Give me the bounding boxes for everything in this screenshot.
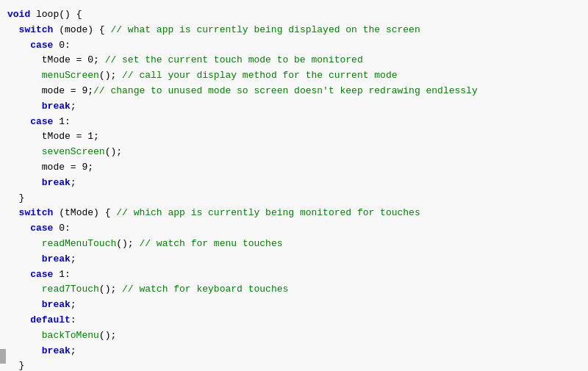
code-content: void loop() { switch (mode) { // what ap…: [0, 7, 588, 371]
code-line: }: [0, 191, 588, 206]
code-token: }: [7, 192, 24, 203]
code-token: loop() {: [30, 9, 82, 20]
code-token: read7Touch: [42, 284, 99, 295]
code-editor: void loop() { switch (mode) { // what ap…: [0, 0, 588, 371]
code-line: mode = 9;// change to unused mode so scr…: [0, 84, 588, 99]
code-token: // change to unused mode so screen doesn…: [93, 85, 478, 96]
code-token: [7, 116, 30, 127]
code-token: switch: [7, 24, 53, 35]
code-token: 0:: [53, 40, 70, 51]
code-token: ();: [99, 284, 122, 295]
code-token: ();: [99, 330, 116, 341]
code-token: ();: [99, 70, 122, 81]
code-line: readMenuTouch(); // watch for menu touch…: [0, 237, 588, 252]
code-line: break;: [0, 344, 588, 359]
code-token: break: [42, 101, 71, 112]
code-token: [7, 238, 42, 249]
code-line: break;: [0, 176, 588, 191]
code-token: tMode = 1;: [7, 131, 99, 142]
code-token: menuScreen: [42, 70, 99, 81]
code-line: break;: [0, 99, 588, 115]
code-token: [7, 299, 42, 310]
code-token: [7, 330, 42, 341]
code-token: [7, 314, 30, 325]
code-token: // call your display method for the curr…: [122, 70, 397, 81]
code-token: [7, 207, 19, 218]
code-token: // set the current touch mode to be moni…: [105, 54, 363, 65]
code-token: break: [42, 253, 71, 264]
code-token: ;: [71, 101, 76, 112]
code-token: ;: [71, 299, 76, 310]
code-token: [7, 146, 42, 157]
code-line: break;: [0, 298, 588, 313]
code-line: case 0:: [0, 221, 588, 237]
code-token: [7, 223, 30, 234]
code-token: [7, 101, 42, 112]
code-line: mode = 9;: [0, 160, 588, 176]
code-token: // what app is currently being displayed…: [110, 24, 420, 35]
code-token: switch: [19, 207, 54, 218]
code-token: mode = 9;: [7, 162, 93, 173]
code-token: // which app is currently being monitore…: [116, 207, 420, 218]
code-line: menuScreen(); // call your display metho…: [0, 68, 588, 84]
code-token: default: [30, 314, 71, 325]
code-token: [7, 253, 42, 264]
code-token: mode = 9;: [7, 85, 93, 96]
code-token: case: [30, 223, 53, 234]
code-line: sevenScreen();: [0, 145, 588, 160]
code-token: [7, 345, 42, 356]
code-token: tMode = 0;: [7, 54, 105, 65]
code-token: case: [30, 116, 53, 127]
code-line: tMode = 0; // set the current touch mode…: [0, 53, 588, 68]
code-line: case 1:: [0, 115, 588, 130]
code-token: sevenScreen: [42, 146, 105, 157]
code-line: case 0:: [0, 38, 588, 54]
code-line: }: [0, 359, 588, 371]
code-token: ;: [71, 345, 76, 356]
code-token: break: [42, 299, 71, 310]
code-token: // watch for keyboard touches: [122, 284, 288, 295]
code-line: backToMenu();: [0, 328, 588, 344]
code-token: ();: [116, 238, 139, 249]
code-line: switch (mode) { // what app is currently…: [0, 23, 588, 38]
scroll-indicator[interactable]: [0, 349, 6, 364]
code-token: readMenuTouch: [42, 238, 116, 249]
code-token: [7, 269, 30, 280]
code-token: void: [7, 9, 30, 20]
code-token: ();: [105, 146, 122, 157]
code-line: case 1:: [0, 267, 588, 283]
code-token: 1:: [53, 116, 70, 127]
code-token: (tMode) {: [53, 207, 116, 218]
code-line: default:: [0, 313, 588, 328]
code-token: ;: [71, 177, 76, 188]
code-token: [7, 70, 42, 81]
code-token: // watch for menu touches: [139, 238, 282, 249]
code-token: }: [7, 360, 24, 371]
code-token: case: [7, 40, 53, 51]
code-token: break: [42, 177, 71, 188]
code-line: void loop() {: [0, 7, 588, 23]
code-token: backToMenu: [42, 330, 99, 341]
code-token: [7, 284, 42, 295]
code-line: break;: [0, 252, 588, 267]
code-token: case: [30, 269, 53, 280]
code-line: switch (tMode) { // which app is current…: [0, 206, 588, 221]
code-token: 0:: [53, 223, 70, 234]
code-token: 1:: [53, 269, 70, 280]
code-token: (mode) {: [53, 24, 110, 35]
code-line: tMode = 1;: [0, 129, 588, 145]
code-token: :: [71, 314, 76, 325]
code-token: [7, 177, 42, 188]
code-line: read7Touch(); // watch for keyboard touc…: [0, 282, 588, 298]
code-token: break: [42, 345, 71, 356]
code-token: ;: [71, 253, 76, 264]
